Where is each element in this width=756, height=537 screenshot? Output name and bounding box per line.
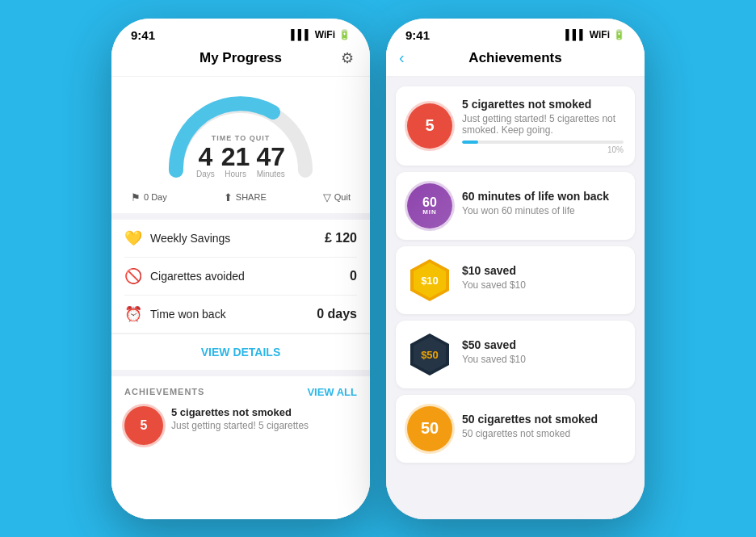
progress-bar-bg-1 [462,141,624,144]
signal-icon-2: ▌▌▌ [565,29,586,40]
minutes-group: 47 Minutes [256,144,285,178]
achievement-preview-item: 5 5 cigarettes not smoked Just getting s… [124,406,357,453]
savings-icon: 💛 [124,229,142,247]
achievement-card-1: 5 5 cigarettes not smoked Just getting s… [396,86,635,166]
phone2-header: ‹ Achievements [386,42,645,77]
progress-bar-fill-1 [462,141,478,144]
ach-content-1: 5 cigarettes not smoked Just getting sta… [462,98,624,154]
time-won-value: 0 days [317,307,357,321]
wifi-icon-2: WiFi [590,29,610,40]
stat-left-time: ⏰ Time won back [124,305,226,323]
flag-label: 0 Day [144,192,167,202]
ach-title-4: $50 saved [462,338,624,351]
time-won-label: Time won back [150,308,226,321]
achievement-desc-preview: Just getting started! 5 cigarettes [171,420,357,431]
time-icon: ⏰ [124,305,142,323]
achievement-badge-50-wrapper: $50 [407,332,452,377]
achievement-name-preview: 5 cigarettes not smoked [171,406,357,418]
share-action[interactable]: ⬆ SHARE [224,191,267,203]
phone-progress: 9:41 ▌▌▌ WiFi 🔋 My Progress ⚙ [111,19,370,519]
achievement-card-5: 50 50 cigarettes not smoked 50 cigarette… [396,395,635,463]
svg-text:$10: $10 [421,275,439,287]
ach-content-5: 50 cigarettes not smoked 50 cigarettes n… [462,413,624,444]
progress-label-1: 10% [462,145,624,154]
achievement-badge-60min: 60 MIN [407,183,452,229]
svg-text:$50: $50 [421,349,439,361]
stats-list: 💛 Weekly Savings £ 120 🚫 Cigarettes avoi… [111,220,370,333]
status-time-2: 9:41 [405,28,430,42]
status-icons-2: ▌▌▌ WiFi 🔋 [565,29,625,40]
phone-achievements: 9:41 ▌▌▌ WiFi 🔋 ‹ Achievements 5 5 c [386,19,645,519]
achievements-header: ACHIEVEMENTS VIEW ALL [124,386,357,398]
quit-label: Quit [334,192,351,202]
ach-title-5: 50 cigarettes not smoked [462,413,624,426]
cigarettes-value: 0 [350,269,357,283]
ach-title-2: 60 minutes of life won back [462,190,624,203]
minutes-unit: Minutes [256,170,285,178]
ach-desc-3: You saved $10 [462,279,624,291]
gauge-actions: ⚑ 0 Day ⬆ SHARE ▽ Quit [128,191,354,203]
share-label: SHARE [236,192,267,202]
battery-icon: 🔋 [338,29,351,40]
ach-content-2: 60 minutes of life won back You won 60 m… [462,190,624,221]
achievements-page-title: Achievements [468,50,561,66]
status-icons-1: ▌▌▌ WiFi 🔋 [291,29,351,40]
days-group: 4 Days [196,144,215,178]
days-value: 4 [196,144,215,170]
achievements-section-title: ACHIEVEMENTS [124,387,204,396]
minutes-value: 47 [256,144,285,170]
stat-row-time: ⏰ Time won back 0 days [124,296,357,333]
hours-unit: Hours [221,170,250,178]
badge-num-5: 5 [425,116,434,135]
gauge-wrapper: TIME TO QUIT 4 Days 21 Hours 47 [160,90,321,178]
flag-action[interactable]: ⚑ 0 Day [131,191,167,203]
savings-label: Weekly Savings [150,232,230,245]
signal-icon: ▌▌▌ [291,29,312,40]
stat-row-savings: 💛 Weekly Savings £ 120 [124,220,357,258]
hexagon-dark-svg: $50 [407,332,452,377]
ach-content-3: $10 saved You saved $10 [462,264,624,296]
ach-title-1: 5 cigarettes not smoked [462,98,624,111]
achievement-badge-10-wrapper: $10 [407,258,452,303]
gauge-label: TIME TO QUIT [196,134,285,142]
achievement-text-preview: 5 cigarettes not smoked Just getting sta… [171,406,357,431]
achievement-card-2: 60 MIN 60 minutes of life won back You w… [396,172,635,240]
stat-left-cigarettes: 🚫 Cigarettes avoided [124,267,245,285]
achievement-badge-50cig: 50 [407,406,452,451]
hexagon-gold-svg: $10 [407,258,452,303]
gauge-numbers: 4 Days 21 Hours 47 Minutes [196,144,285,178]
gauge-text: TIME TO QUIT 4 Days 21 Hours 47 [196,134,285,178]
days-unit: Days [196,170,215,178]
view-all-link[interactable]: VIEW ALL [307,386,357,398]
quit-action[interactable]: ▽ Quit [323,191,351,203]
back-button[interactable]: ‹ [399,48,405,67]
status-time-1: 9:41 [131,28,155,42]
badge-subtext-min: MIN [422,209,437,216]
savings-value: £ 120 [325,231,357,245]
gauge-section: TIME TO QUIT 4 Days 21 Hours 47 [111,77,370,213]
badge-num-60: 60 [422,196,437,209]
ach-desc-5: 50 cigarettes not smoked [462,428,624,439]
phone1-content: My Progress ⚙ TIME TO QUIT [111,42,370,519]
achievement-card-4: $50 $50 saved You saved $10 [396,321,635,388]
ach-desc-1: Just getting started! 5 cigarettes not s… [462,113,624,136]
gear-icon[interactable]: ⚙ [341,49,354,67]
status-bar-1: 9:41 ▌▌▌ WiFi 🔋 [111,19,370,42]
ach-title-3: $10 saved [462,264,624,277]
flag-icon: ⚑ [131,191,141,203]
phone1-header: My Progress ⚙ [111,42,370,77]
wifi-icon: WiFi [315,29,335,40]
ach-desc-2: You won 60 minutes of life [462,205,624,216]
cigarettes-icon: 🚫 [124,267,142,285]
phone2-content: ‹ Achievements 5 5 cigarettes not smoked… [386,42,645,519]
achievement-badge-5cig: 5 [407,103,452,149]
badge-num-50: 50 [421,419,439,438]
hours-value: 21 [221,144,250,170]
stat-left-savings: 💛 Weekly Savings [124,229,230,247]
view-details-button[interactable]: VIEW DETAILS [111,334,370,370]
achievements-section: ACHIEVEMENTS VIEW ALL 5 5 cigarettes not… [111,376,370,519]
stat-row-cigarettes: 🚫 Cigarettes avoided 0 [124,258,357,296]
ach-content-4: $50 saved You saved $10 [462,338,624,370]
achievements-list: 5 5 cigarettes not smoked Just getting s… [386,77,645,519]
ach-desc-4: You saved $10 [462,354,624,365]
